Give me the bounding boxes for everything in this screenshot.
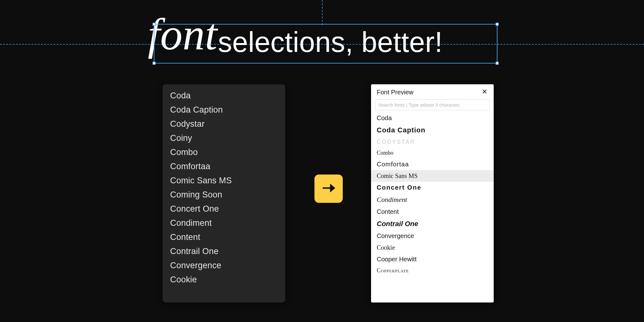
font-preview-header: Font Preview (371, 84, 494, 99)
font-preview-panel: Font Preview CodaCoda CaptionCODYSTARCom… (371, 84, 494, 303)
resize-handle-tl[interactable] (153, 23, 156, 26)
font-preview-item[interactable]: Coda Caption (371, 124, 494, 136)
font-preview-item[interactable]: Comic Sans MS (371, 170, 494, 182)
resize-handle-bl[interactable] (153, 62, 156, 65)
font-list-item[interactable]: Coming Soon (163, 188, 285, 202)
font-preview-item[interactable]: Comfortaa (371, 158, 494, 170)
font-search-input[interactable] (375, 99, 490, 110)
font-list-item[interactable]: Comic Sans MS (163, 174, 285, 188)
font-list-item[interactable]: Convergence (163, 258, 285, 273)
font-list-item[interactable]: Coda Caption (163, 103, 285, 117)
font-list-item[interactable]: Coda (163, 89, 285, 103)
font-search-wrap (371, 99, 494, 112)
font-list-item[interactable]: Concert One (163, 202, 285, 216)
selection-frame[interactable] (154, 24, 497, 64)
font-list-item[interactable]: Codystar (163, 117, 285, 131)
font-list-item[interactable]: Condiment (163, 216, 285, 230)
font-preview-title: Font Preview (377, 89, 414, 96)
arrow-right-icon (320, 179, 337, 198)
font-list-item[interactable]: Cookie (163, 273, 285, 287)
font-preview-item[interactable]: Condiment (371, 193, 494, 206)
font-preview-item[interactable]: Copperplate (371, 265, 494, 276)
font-preview-item[interactable]: CODYSTAR (371, 136, 494, 147)
font-preview-item[interactable]: Coda (371, 112, 494, 124)
font-list-item[interactable]: Coiny (163, 131, 285, 145)
guide-vertical (322, 0, 323, 25)
font-preview-item[interactable]: Cookie (371, 242, 494, 253)
font-preview-item[interactable]: Concert One (371, 182, 494, 193)
font-list-dark-panel: CodaCoda CaptionCodystarCoinyComboComfor… (163, 84, 285, 303)
font-preview-item[interactable]: Combo (371, 147, 494, 158)
resize-handle-tr[interactable] (496, 23, 499, 26)
close-icon[interactable] (481, 88, 488, 96)
font-preview-list: CodaCoda CaptionCODYSTARComboComfortaaCo… (371, 112, 494, 303)
resize-handle-br[interactable] (496, 62, 499, 65)
font-list-item[interactable]: Content (163, 230, 285, 244)
font-list-item[interactable]: Contrail One (163, 244, 285, 258)
font-preview-item[interactable]: Content (371, 206, 494, 218)
arrow-badge (314, 175, 343, 203)
font-list-item[interactable]: Combo (163, 145, 285, 159)
font-list-item[interactable]: Comfortaa (163, 159, 285, 174)
font-preview-item[interactable]: Convergence (371, 230, 494, 242)
font-preview-item[interactable]: Cooper Hewitt (371, 253, 494, 265)
font-preview-item[interactable]: Contrail One (371, 218, 494, 230)
